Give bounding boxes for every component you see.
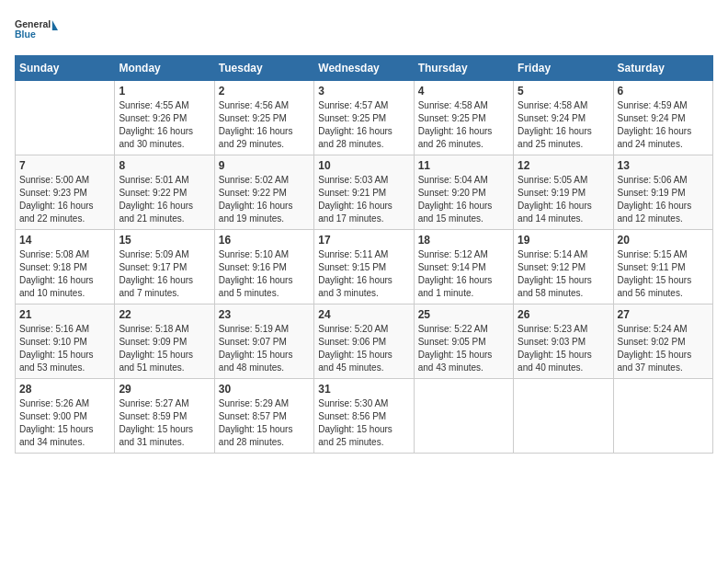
day-number: 28	[19, 383, 110, 396]
day-number: 3	[318, 85, 409, 98]
day-number: 1	[119, 85, 210, 98]
day-info: Sunrise: 5:18 AMSunset: 9:09 PMDaylight:…	[119, 323, 210, 374]
day-info: Sunrise: 5:16 AMSunset: 9:10 PMDaylight:…	[19, 323, 110, 374]
calendar-cell: 13Sunrise: 5:06 AMSunset: 9:19 PMDayligh…	[613, 155, 712, 230]
calendar-cell: 4Sunrise: 4:58 AMSunset: 9:25 PMDaylight…	[414, 81, 513, 155]
day-info: Sunrise: 5:15 AMSunset: 9:11 PMDaylight:…	[618, 248, 709, 300]
svg-text:Blue: Blue	[15, 29, 36, 40]
day-info: Sunrise: 5:03 AMSunset: 9:21 PMDaylight:…	[318, 174, 409, 225]
day-number: 11	[418, 159, 509, 172]
calendar-cell: 23Sunrise: 5:19 AMSunset: 9:07 PMDayligh…	[214, 304, 313, 379]
calendar-cell: 29Sunrise: 5:27 AMSunset: 8:59 PMDayligh…	[115, 379, 214, 454]
calendar-cell: 5Sunrise: 4:58 AMSunset: 9:24 PMDaylight…	[514, 81, 613, 155]
calendar-week-4: 21Sunrise: 5:16 AMSunset: 9:10 PMDayligh…	[16, 304, 713, 379]
day-info: Sunrise: 5:24 AMSunset: 9:02 PMDaylight:…	[618, 323, 709, 374]
day-header-monday: Monday	[115, 56, 214, 81]
day-header-sunday: Sunday	[16, 56, 115, 81]
calendar-cell: 26Sunrise: 5:23 AMSunset: 9:03 PMDayligh…	[514, 304, 613, 379]
calendar-cell	[414, 379, 513, 454]
calendar-cell: 6Sunrise: 4:59 AMSunset: 9:24 PMDaylight…	[613, 81, 712, 155]
day-info: Sunrise: 5:02 AMSunset: 9:22 PMDaylight:…	[219, 174, 310, 225]
day-info: Sunrise: 5:12 AMSunset: 9:14 PMDaylight:…	[418, 248, 509, 300]
calendar-cell	[514, 379, 613, 454]
calendar-cell: 25Sunrise: 5:22 AMSunset: 9:05 PMDayligh…	[414, 304, 513, 379]
calendar-cell: 31Sunrise: 5:30 AMSunset: 8:56 PMDayligh…	[314, 379, 414, 454]
day-number: 18	[418, 234, 509, 247]
day-info: Sunrise: 5:08 AMSunset: 9:18 PMDaylight:…	[19, 248, 110, 300]
day-info: Sunrise: 4:58 AMSunset: 9:25 PMDaylight:…	[418, 99, 509, 151]
day-number: 14	[19, 234, 110, 247]
calendar-cell	[613, 379, 712, 454]
day-number: 24	[318, 308, 409, 321]
calendar-cell: 1Sunrise: 4:55 AMSunset: 9:26 PMDaylight…	[115, 81, 214, 155]
calendar-cell: 9Sunrise: 5:02 AMSunset: 9:22 PMDaylight…	[214, 155, 313, 230]
day-info: Sunrise: 5:11 AMSunset: 9:15 PMDaylight:…	[318, 248, 409, 300]
day-number: 10	[318, 159, 409, 172]
day-number: 6	[618, 85, 709, 98]
day-info: Sunrise: 4:56 AMSunset: 9:25 PMDaylight:…	[219, 99, 310, 151]
day-info: Sunrise: 5:30 AMSunset: 8:56 PMDaylight:…	[318, 397, 409, 449]
day-number: 13	[618, 159, 709, 172]
day-info: Sunrise: 5:29 AMSunset: 8:57 PMDaylight:…	[219, 397, 310, 449]
calendar-cell: 15Sunrise: 5:09 AMSunset: 9:17 PMDayligh…	[115, 230, 214, 304]
day-info: Sunrise: 4:58 AMSunset: 9:24 PMDaylight:…	[518, 99, 609, 151]
day-number: 27	[618, 308, 709, 321]
day-info: Sunrise: 5:09 AMSunset: 9:17 PMDaylight:…	[119, 248, 210, 300]
day-info: Sunrise: 5:14 AMSunset: 9:12 PMDaylight:…	[518, 248, 609, 300]
day-info: Sunrise: 5:23 AMSunset: 9:03 PMDaylight:…	[518, 323, 609, 374]
logo-icon: General Blue	[15, 15, 59, 48]
day-number: 16	[219, 234, 310, 247]
day-number: 31	[318, 383, 409, 396]
calendar-cell: 28Sunrise: 5:26 AMSunset: 9:00 PMDayligh…	[16, 379, 115, 454]
day-number: 22	[119, 308, 210, 321]
day-number: 4	[418, 85, 509, 98]
day-info: Sunrise: 4:55 AMSunset: 9:26 PMDaylight:…	[119, 99, 210, 151]
calendar-cell: 17Sunrise: 5:11 AMSunset: 9:15 PMDayligh…	[314, 230, 414, 304]
day-header-wednesday: Wednesday	[314, 56, 414, 81]
day-number: 12	[518, 159, 609, 172]
day-number: 25	[418, 308, 509, 321]
page-header: General Blue	[15, 15, 713, 48]
day-info: Sunrise: 5:27 AMSunset: 8:59 PMDaylight:…	[119, 397, 210, 449]
calendar-cell: 18Sunrise: 5:12 AMSunset: 9:14 PMDayligh…	[414, 230, 513, 304]
day-number: 29	[119, 383, 210, 396]
calendar-cell	[16, 81, 115, 155]
day-info: Sunrise: 5:26 AMSunset: 9:00 PMDaylight:…	[19, 397, 110, 449]
day-info: Sunrise: 5:05 AMSunset: 9:19 PMDaylight:…	[518, 174, 609, 225]
calendar-cell: 3Sunrise: 4:57 AMSunset: 9:25 PMDaylight…	[314, 81, 414, 155]
calendar-week-5: 28Sunrise: 5:26 AMSunset: 9:00 PMDayligh…	[16, 379, 713, 454]
day-info: Sunrise: 5:19 AMSunset: 9:07 PMDaylight:…	[219, 323, 310, 374]
day-info: Sunrise: 5:22 AMSunset: 9:05 PMDaylight:…	[418, 323, 509, 374]
calendar-cell: 22Sunrise: 5:18 AMSunset: 9:09 PMDayligh…	[115, 304, 214, 379]
day-number: 2	[219, 85, 310, 98]
calendar-cell: 11Sunrise: 5:04 AMSunset: 9:20 PMDayligh…	[414, 155, 513, 230]
day-number: 9	[219, 159, 310, 172]
calendar-cell: 19Sunrise: 5:14 AMSunset: 9:12 PMDayligh…	[514, 230, 613, 304]
day-header-tuesday: Tuesday	[214, 56, 313, 81]
calendar-cell: 27Sunrise: 5:24 AMSunset: 9:02 PMDayligh…	[613, 304, 712, 379]
day-info: Sunrise: 5:00 AMSunset: 9:23 PMDaylight:…	[19, 174, 110, 225]
svg-marker-2	[52, 20, 58, 30]
day-number: 23	[219, 308, 310, 321]
calendar-week-2: 7Sunrise: 5:00 AMSunset: 9:23 PMDaylight…	[16, 155, 713, 230]
day-info: Sunrise: 4:57 AMSunset: 9:25 PMDaylight:…	[318, 99, 409, 151]
calendar-cell: 20Sunrise: 5:15 AMSunset: 9:11 PMDayligh…	[613, 230, 712, 304]
day-number: 20	[618, 234, 709, 247]
day-info: Sunrise: 4:59 AMSunset: 9:24 PMDaylight:…	[618, 99, 709, 151]
day-number: 8	[119, 159, 210, 172]
day-number: 15	[119, 234, 210, 247]
day-header-saturday: Saturday	[613, 56, 712, 81]
day-info: Sunrise: 5:01 AMSunset: 9:22 PMDaylight:…	[119, 174, 210, 225]
logo: General Blue	[15, 15, 59, 48]
calendar-header-row: SundayMondayTuesdayWednesdayThursdayFrid…	[16, 56, 713, 81]
calendar-cell: 24Sunrise: 5:20 AMSunset: 9:06 PMDayligh…	[314, 304, 414, 379]
day-info: Sunrise: 5:04 AMSunset: 9:20 PMDaylight:…	[418, 174, 509, 225]
day-info: Sunrise: 5:10 AMSunset: 9:16 PMDaylight:…	[219, 248, 310, 300]
day-number: 21	[19, 308, 110, 321]
day-number: 26	[518, 308, 609, 321]
day-info: Sunrise: 5:06 AMSunset: 9:19 PMDaylight:…	[618, 174, 709, 225]
day-header-thursday: Thursday	[414, 56, 513, 81]
day-number: 7	[19, 159, 110, 172]
calendar-cell: 12Sunrise: 5:05 AMSunset: 9:19 PMDayligh…	[514, 155, 613, 230]
day-header-friday: Friday	[514, 56, 613, 81]
